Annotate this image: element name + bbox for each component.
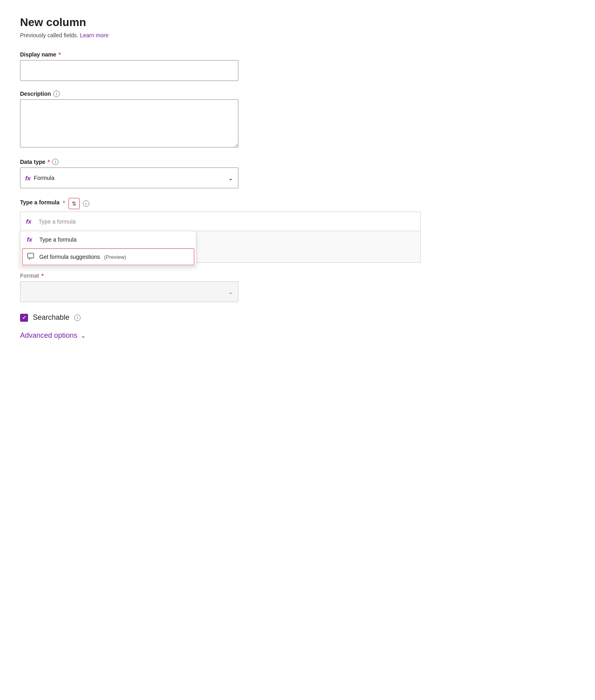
searchable-row: ✓ Searchable i — [20, 313, 575, 322]
format-required: * — [41, 272, 43, 279]
searchable-info-icon[interactable]: i — [74, 315, 81, 321]
data-type-group: Data type * i fx Formula ⌄ — [20, 159, 575, 188]
fx-icon: fx — [25, 175, 30, 182]
data-type-chevron-icon: ⌄ — [228, 174, 233, 182]
data-type-required: * — [48, 159, 50, 165]
page-title: New column — [20, 16, 575, 29]
formula-dropdown-menu: fx Type a formula Get formula suggestion… — [20, 231, 196, 266]
dropdown-fx-icon: fx — [27, 236, 32, 243]
chat-icon — [27, 253, 35, 261]
formula-dropdown-item-type[interactable]: fx Type a formula — [20, 231, 196, 248]
expand-icon: ⇅ — [72, 200, 77, 207]
display-name-input[interactable] — [20, 60, 238, 81]
description-group: Description i — [20, 91, 575, 149]
formula-required: * — [63, 200, 65, 207]
format-select[interactable]: ⌄ — [20, 281, 238, 302]
subtitle: Previously called fields. Learn more — [20, 32, 575, 38]
formula-group: Type a formula * ⇅ i fx Type a formula f… — [20, 198, 575, 263]
searchable-label: Searchable — [33, 313, 69, 322]
description-input[interactable] — [20, 99, 238, 147]
svg-rect-0 — [28, 253, 34, 258]
searchable-checkbox[interactable]: ✓ — [20, 314, 28, 322]
formula-label: Type a formula — [20, 199, 60, 206]
formula-area-container: fx Type a formula fx Type a formula Get … — [20, 212, 421, 263]
display-name-group: Display name * — [20, 51, 575, 81]
format-chevron-icon: ⌄ — [228, 288, 233, 296]
formula-dropdown-item-suggestions[interactable]: Get formula suggestions (Preview) — [22, 248, 194, 265]
formula-placeholder: Type a formula — [38, 218, 76, 225]
formula-info-icon[interactable]: i — [83, 200, 89, 207]
description-label: Description i — [20, 91, 575, 97]
data-type-label: Data type * i — [20, 159, 575, 165]
data-type-info-icon[interactable]: i — [52, 159, 58, 165]
description-info-icon[interactable]: i — [53, 91, 60, 97]
formula-input-row[interactable]: fx Type a formula — [20, 212, 421, 231]
advanced-options-chevron-icon: ⌄ — [81, 332, 86, 339]
display-name-required: * — [58, 51, 61, 58]
learn-more-link[interactable]: Learn more — [80, 32, 109, 38]
data-type-select[interactable]: fx Formula ⌄ — [20, 167, 238, 188]
display-name-label: Display name * — [20, 51, 575, 58]
format-group: Format * ⌄ — [20, 272, 575, 302]
format-label: Format * — [20, 272, 575, 279]
advanced-options-row[interactable]: Advanced options ⌄ — [20, 331, 575, 340]
formula-label-row: Type a formula * ⇅ i — [20, 198, 575, 209]
preview-badge: (Preview) — [104, 254, 126, 260]
formula-expand-button[interactable]: ⇅ — [69, 198, 80, 209]
formula-fx-icon: fx — [26, 218, 31, 225]
advanced-options-label: Advanced options — [20, 331, 77, 340]
checkmark-icon: ✓ — [22, 315, 26, 321]
